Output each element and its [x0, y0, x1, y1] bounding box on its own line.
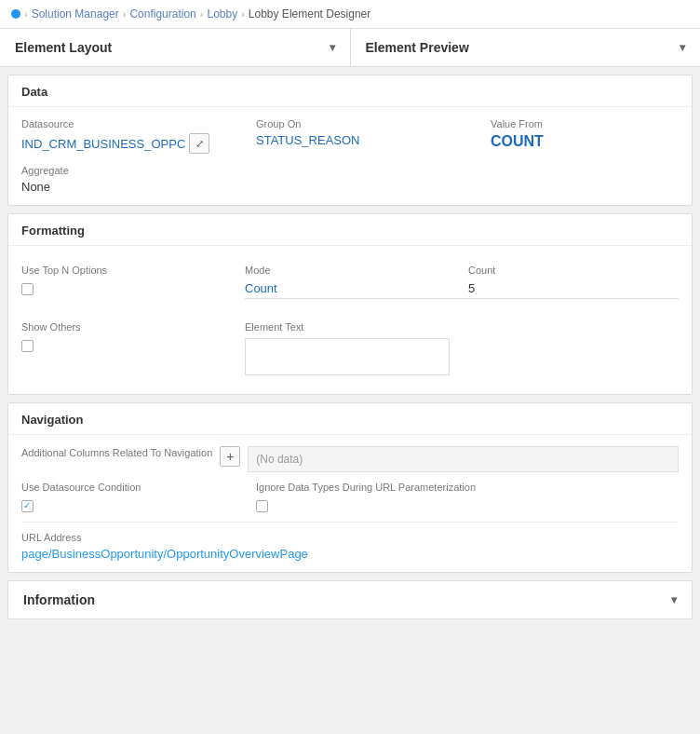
- group-on-label: Group On: [256, 118, 479, 129]
- value-from-value: COUNT: [491, 133, 544, 150]
- element-text-cell: Element Text: [245, 314, 679, 383]
- count-cell: Count 5: [468, 257, 679, 306]
- value-from-field: Value From COUNT: [491, 118, 544, 154]
- use-top-n-checkbox[interactable]: [21, 283, 34, 295]
- use-datasource-condition-cell: Use Datasource Condition: [21, 482, 245, 512]
- breadcrumb-dot: [11, 9, 20, 19]
- use-top-n-label: Use Top N Options: [21, 265, 245, 276]
- element-preview-header[interactable]: Element Preview ▾: [351, 29, 701, 66]
- element-layout-header[interactable]: Element Layout ▾: [0, 29, 351, 66]
- show-others-checkbox[interactable]: [21, 340, 34, 352]
- element-layout-chevron: ▾: [330, 41, 335, 54]
- mode-label: Mode: [245, 265, 468, 276]
- element-layout-label: Element Layout: [15, 40, 112, 55]
- use-top-n-checkbox-wrap: [21, 283, 245, 295]
- information-chevron: ▾: [671, 593, 677, 606]
- aggregate-field: Aggregate None: [21, 165, 679, 194]
- use-datasource-condition-label: Use Datasource Condition: [21, 482, 245, 493]
- ignore-data-types-cell: Ignore Data Types During URL Parameteriz…: [256, 482, 679, 512]
- information-label: Information: [23, 592, 95, 607]
- information-section: Information ▾: [7, 580, 693, 619]
- url-address-value[interactable]: page/BusinessOpportunity/OpportunityOver…: [21, 547, 679, 561]
- formatting-section-body: Use Top N Options Mode Count Count 5 Sho…: [8, 246, 692, 394]
- element-preview-chevron: ▾: [680, 41, 685, 54]
- main-content: Data Datasource IND_CRM_BUSINESS_OPPC ⤢ …: [0, 75, 700, 619]
- element-text-label: Element Text: [245, 321, 679, 333]
- mode-value[interactable]: Count: [245, 281, 468, 299]
- show-others-label: Show Others: [21, 321, 245, 333]
- ignore-data-types-wrap: [256, 500, 679, 512]
- breadcrumb-item-solution-manager[interactable]: Solution Manager: [32, 7, 119, 20]
- breadcrumb: › Solution Manager › Configuration › Lob…: [0, 0, 700, 29]
- datasource-value: IND_CRM_BUSINESS_OPPC: [21, 137, 185, 151]
- datasource-field: Datasource IND_CRM_BUSINESS_OPPC ⤢: [21, 118, 245, 154]
- navigation-section: Navigation Additional Columns Related To…: [7, 402, 693, 573]
- ignore-data-types-label: Ignore Data Types During URL Parameteriz…: [256, 482, 679, 493]
- data-section-body: Datasource IND_CRM_BUSINESS_OPPC ⤢ Group…: [8, 107, 692, 205]
- aggregate-value: None: [21, 180, 679, 194]
- formatting-section-title: Formatting: [8, 214, 692, 246]
- data-section: Data Datasource IND_CRM_BUSINESS_OPPC ⤢ …: [7, 75, 693, 206]
- datasource-link-icon[interactable]: ⤢: [189, 133, 209, 154]
- show-others-checkbox-wrap: [21, 340, 245, 352]
- group-on-value: STATUS_REASON: [256, 133, 479, 147]
- datasource-label: Datasource: [21, 118, 245, 129]
- navigation-section-title: Navigation: [8, 403, 692, 435]
- group-on-field: Group On STATUS_REASON: [256, 118, 479, 154]
- navigation-section-body: Additional Columns Related To Navigation…: [8, 435, 692, 572]
- mode-cell: Mode Count: [245, 257, 468, 306]
- ignore-data-types-checkbox[interactable]: [256, 500, 268, 512]
- show-others-cell: Show Others: [21, 314, 245, 383]
- count-value[interactable]: 5: [468, 281, 679, 299]
- top-panels: Element Layout ▾ Element Preview ▾: [0, 29, 700, 67]
- additional-columns-row: Additional Columns Related To Navigation…: [21, 446, 679, 472]
- use-top-n-cell: Use Top N Options: [21, 257, 245, 306]
- count-label: Count: [468, 265, 679, 276]
- breadcrumb-item-designer: Lobby Element Designer: [249, 7, 370, 20]
- url-address-label: URL Address: [21, 532, 679, 543]
- data-fields-row: Datasource IND_CRM_BUSINESS_OPPC ⤢ Group…: [21, 118, 679, 154]
- additional-columns-label: Additional Columns Related To Navigation: [21, 446, 212, 460]
- breadcrumb-item-configuration[interactable]: Configuration: [129, 7, 195, 20]
- datasource-value-wrapper: IND_CRM_BUSINESS_OPPC ⤢: [21, 133, 245, 154]
- url-address-section: URL Address page/BusinessOpportunity/Opp…: [21, 522, 679, 561]
- information-header[interactable]: Information ▾: [8, 581, 692, 618]
- use-datasource-condition-wrap: [21, 500, 245, 512]
- add-column-button[interactable]: +: [220, 446, 240, 467]
- value-from-label: Value From: [491, 118, 544, 129]
- element-text-input[interactable]: [245, 338, 450, 375]
- data-section-title: Data: [8, 75, 692, 107]
- element-preview-label: Element Preview: [366, 40, 469, 55]
- no-data-placeholder: (No data): [248, 446, 679, 472]
- breadcrumb-item-lobby[interactable]: Lobby: [207, 7, 237, 20]
- formatting-section: Formatting Use Top N Options Mode Count …: [7, 213, 693, 395]
- use-datasource-condition-checkbox[interactable]: [21, 500, 34, 512]
- aggregate-label: Aggregate: [21, 165, 679, 176]
